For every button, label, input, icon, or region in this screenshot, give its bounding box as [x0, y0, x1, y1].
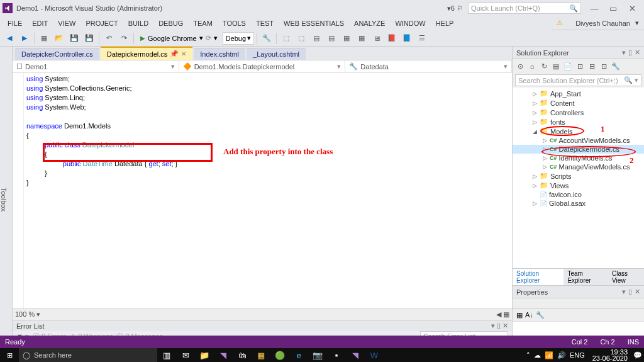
menu-window[interactable]: WINDOW — [390, 18, 430, 28]
tab-class-view[interactable]: Class View — [608, 269, 644, 285]
nav-project[interactable]: ☐ Demo1▾ — [13, 60, 179, 72]
menu-tools[interactable]: TOOLS — [218, 18, 251, 28]
open-icon[interactable]: 📂 — [52, 31, 66, 45]
cloud-icon[interactable]: ☁ — [534, 351, 541, 359]
se-home-icon[interactable]: ⊙ — [515, 61, 525, 71]
notifications[interactable]: ▾6 ⚐ — [447, 4, 463, 13]
menu-debug[interactable]: DEBUG — [153, 18, 188, 28]
nav-fwd-icon[interactable]: ▶ — [18, 31, 31, 45]
tb-icon9[interactable]: 📕 — [385, 31, 399, 45]
tab-datepickermodel[interactable]: Datepickermodel.cs 📌✕ — [101, 47, 193, 60]
code-editor[interactable]: using System; using System.Collections.G… — [13, 73, 512, 308]
chrome-icon[interactable]: 🟢 — [270, 348, 289, 362]
vs-icon[interactable]: ◥ — [214, 348, 233, 362]
vs2-icon[interactable]: ◥ — [346, 348, 365, 362]
nav-back-icon[interactable]: ◀ — [3, 31, 16, 45]
menu-build[interactable]: BUILD — [123, 18, 153, 28]
se-search-input[interactable]: Search Solution Explorer (Ctrl+;)🔍 ▾ — [515, 74, 641, 86]
toolbox-tab[interactable]: Toolbox — [0, 47, 13, 348]
menu-view[interactable]: VIEW — [53, 18, 80, 28]
menu-file[interactable]: FILE — [3, 18, 27, 28]
props-combo[interactable] — [513, 298, 644, 309]
wifi-icon[interactable]: 📶 — [545, 351, 553, 359]
tb-icon[interactable]: 🔧 — [260, 31, 274, 45]
zoom-combo[interactable]: 100 % ▾ — [15, 310, 40, 319]
edge-icon[interactable]: e — [289, 348, 308, 362]
tb-icon8[interactable]: 🖥 — [370, 31, 384, 45]
tb-icon10[interactable]: 📘 — [400, 31, 414, 45]
maximize-button[interactable]: ▭ — [604, 4, 623, 13]
tab-team-explorer[interactable]: Team Explorer — [564, 269, 608, 285]
se-ic[interactable]: ⌂ — [527, 61, 537, 71]
props-wrench-icon[interactable]: 🔧 — [536, 311, 545, 319]
explorer-icon[interactable]: 📁 — [195, 348, 214, 362]
tree-item[interactable]: ▷C#ManageViewModels.cs — [513, 162, 644, 171]
nav-member[interactable]: 🔧Datedata▾ — [345, 60, 512, 72]
user-bar[interactable]: ⚠Divyesh Chauhan ▾ — [552, 16, 644, 30]
menu-help[interactable]: HELP — [431, 18, 459, 28]
close-button[interactable]: ✕ — [623, 4, 641, 13]
taskbar-search[interactable]: ◯ Search here — [19, 348, 157, 362]
menu-team[interactable]: TEAM — [188, 18, 218, 28]
tree-item[interactable]: ▷Scripts — [513, 171, 644, 181]
pin-icon[interactable]: ▯ — [628, 48, 632, 57]
system-tray[interactable]: ˄ ☁ 📶 🔊 ENG — [523, 351, 589, 359]
se-ic[interactable]: 🔧 — [611, 61, 621, 71]
config-combo[interactable]: Debug ▾ — [223, 32, 254, 45]
minimize-button[interactable]: — — [585, 4, 604, 13]
tb-icon4[interactable]: ▤ — [309, 31, 323, 45]
close-icon[interactable]: ✕ — [181, 50, 186, 57]
store-icon[interactable]: 🛍 — [233, 348, 252, 362]
tab-layout[interactable]: _Layout.cshtml — [247, 48, 306, 60]
quick-launch-input[interactable]: Quick Launch (Ctrl+Q)🔍 — [468, 3, 581, 14]
volume-icon[interactable]: 🔊 — [557, 351, 566, 359]
mail-icon[interactable]: ✉ — [176, 348, 195, 362]
menu-test[interactable]: TEST — [251, 18, 279, 28]
tb-icon3[interactable]: ⬚ — [294, 31, 308, 45]
tree-item[interactable]: ▷Content — [513, 98, 644, 108]
cmd-icon[interactable]: ▪ — [327, 348, 346, 362]
solution-tree[interactable]: 1 2 ▷App_Start▷Content▷Controllers▷fonts… — [513, 88, 644, 268]
tab-datepickercontroller[interactable]: DatepickerController.cs — [15, 48, 99, 60]
se-ic[interactable]: 📄 — [563, 61, 573, 71]
lang-indicator[interactable]: ENG — [570, 351, 585, 359]
tree-item[interactable]: ▷Global.asax — [513, 199, 644, 208]
se-ic[interactable]: ⊡ — [599, 61, 609, 71]
close-icon[interactable]: ✕ — [635, 48, 640, 57]
menu-webessentials[interactable]: WEB ESSENTIALS — [279, 18, 349, 28]
props-cat-icon[interactable]: ▦ — [516, 311, 523, 319]
tree-item[interactable]: favicon.ico — [513, 190, 644, 199]
camera-icon[interactable]: 📷 — [308, 348, 327, 362]
taskbar-clock[interactable]: 19:3323-06-2020 — [589, 349, 631, 361]
tree-item[interactable]: ▷Controllers — [513, 108, 644, 117]
se-ic[interactable]: ⊟ — [587, 61, 597, 71]
undo-icon[interactable]: ↶ — [102, 31, 116, 45]
tb-icon6[interactable]: ▦ — [340, 31, 353, 45]
tab-solution-explorer[interactable]: Solution Explorer — [513, 269, 564, 285]
se-ic[interactable]: ↻ — [539, 61, 549, 71]
tb-icon11[interactable]: ☰ — [415, 31, 429, 45]
se-ic[interactable]: ▤ — [551, 61, 561, 71]
menu-project[interactable]: PROJECT — [80, 18, 123, 28]
notif-icon[interactable]: 💬 — [631, 351, 644, 359]
run-button[interactable]: ▶Google Chrome ▾ ⟳ ▾ — [136, 34, 221, 42]
menu-analyze[interactable]: ANALYZE — [349, 18, 390, 28]
start-button[interactable]: ⊞ — [0, 351, 19, 359]
tree-item[interactable]: ▷fonts — [513, 117, 644, 127]
task-view-icon[interactable]: ▥ — [157, 348, 176, 362]
tree-item[interactable]: ▷Views — [513, 181, 644, 190]
nav-class[interactable]: 🔶Demo1.Models.Datepickermodel▾ — [179, 60, 346, 72]
new-project-icon[interactable]: ▦ — [37, 31, 51, 45]
save-icon[interactable]: 💾 — [67, 31, 81, 45]
menu-edit[interactable]: EDIT — [27, 18, 53, 28]
tab-index[interactable]: Index.cshtml — [194, 48, 245, 60]
ssms-icon[interactable]: ▦ — [252, 348, 270, 362]
tb-icon2[interactable]: ⬚ — [279, 31, 293, 45]
pin-icon[interactable]: 📌 — [170, 50, 179, 58]
tray-up-icon[interactable]: ˄ — [526, 351, 530, 359]
word-icon[interactable]: W — [365, 348, 384, 362]
tree-item[interactable]: ▷C#AccountViewModels.cs — [513, 136, 644, 145]
save-all-icon[interactable]: 💾 — [82, 31, 96, 45]
tb-icon7[interactable]: ▦ — [355, 31, 369, 45]
tree-item[interactable]: ▷App_Start — [513, 89, 644, 98]
